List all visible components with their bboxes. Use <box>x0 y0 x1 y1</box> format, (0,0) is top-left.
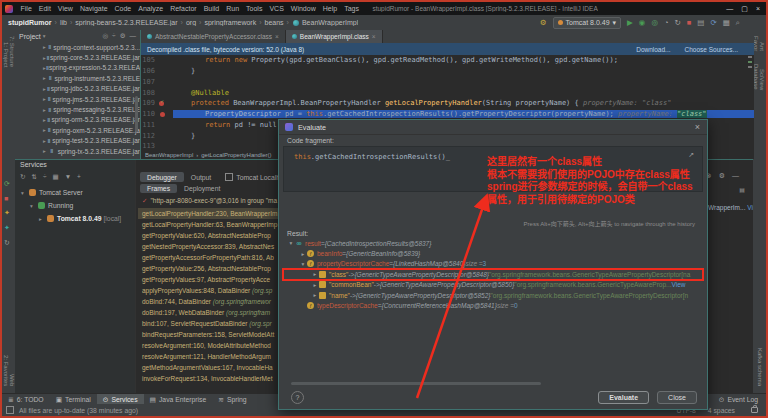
menu-window[interactable]: Window <box>287 5 319 12</box>
project-tree-item[interactable]: ▸‖spring-jms-5.2.3.RELEASE.jar <box>15 94 140 104</box>
breadcrumb-item[interactable]: springframework <box>204 19 256 26</box>
stripe-sciview[interactable]: SciView <box>759 69 765 90</box>
run-configuration-select[interactable]: Tomcat 8.0.49 ▾ <box>553 17 621 29</box>
breadcrumb-item[interactable]: BeanWrapperImpl <box>302 19 358 26</box>
stripe-web[interactable]: Web <box>9 374 15 386</box>
stack-frame[interactable]: doBind:744, DataBinder (org.springframew… <box>138 296 288 307</box>
project-tree-item[interactable]: ▸‖spring-tx-5.2.3.RELEASE.jar <box>15 146 140 156</box>
indent-indicator[interactable]: 4 spaces <box>708 407 735 414</box>
tree-arrow-icon[interactable]: ▾ <box>30 203 38 209</box>
banner-link[interactable]: Download... <box>636 46 670 53</box>
services-tree-item[interactable]: ▾Tomcat Server <box>15 186 135 199</box>
tree-arrow-icon[interactable]: ▾ <box>21 190 29 196</box>
help-button[interactable]: ? <box>291 391 304 404</box>
close-icon[interactable]: × <box>372 33 376 40</box>
menu-vcs[interactable]: VCS <box>266 5 287 12</box>
stack-frame[interactable]: invokeForRequest:134, InvocableHandlerMe… <box>138 373 288 384</box>
stripe-kafka-schema[interactable]: Kafka schema <box>757 348 763 386</box>
stack-frame[interactable]: getPropertyAccessorForPropertyPath:816, … <box>138 252 288 263</box>
gutter-icon-slot[interactable] <box>155 112 169 117</box>
menu-navigate[interactable]: Navigate <box>76 5 111 12</box>
debug-icon[interactable]: ◉ <box>639 19 646 27</box>
toolbar-icon[interactable]: ▼ <box>65 173 71 181</box>
breadcrumb-item[interactable]: stupidRumor <box>8 19 52 26</box>
thread-selector[interactable]: ✓"http-apr-8080-exec-9"@3,016 in group "… <box>142 197 290 205</box>
search-everywhere-icon[interactable]: ⌕ <box>736 19 740 27</box>
code-line[interactable]: 108@Nullable <box>141 87 754 98</box>
connect-icon[interactable]: ✦ <box>4 224 10 232</box>
stack-frame[interactable]: resolveArgument:121, HandlerMethodArgum <box>138 351 288 362</box>
coverage-icon[interactable]: ◎ <box>651 19 658 27</box>
menu-refactor[interactable]: Refactor <box>167 5 200 12</box>
project-panel-title[interactable]: Project <box>19 33 41 40</box>
event-log-button[interactable]: ⊙ Event Log <box>719 396 766 404</box>
code-line[interactable]: 109protected BeanWrapperImpl.BeanPropert… <box>141 98 754 109</box>
close-icon[interactable]: × <box>275 33 279 40</box>
stop-icon[interactable]: ■ <box>687 19 692 27</box>
code-line[interactable]: 110PropertyDescriptor pd = this.getCache… <box>141 109 754 120</box>
tree-arrow-icon[interactable]: ▾ <box>287 240 295 246</box>
services-tree-item[interactable]: ▾Running <box>15 199 135 212</box>
result-tree-row[interactable]: ▸"commonBean" -> {GenericTypeAwareProper… <box>283 280 703 290</box>
stack-frame[interactable]: resolveArgument:160, ModelAttributeMetho… <box>138 340 288 351</box>
stack-frame[interactable]: getNestedPropertyAccessor:839, AbstractN… <box>138 241 288 252</box>
breadcrumb-segment[interactable]: getLocalPropertyHandler() <box>201 152 271 158</box>
project-tree-item[interactable]: ▸‖spring-expression-5.2.3.RELEA <box>15 63 140 73</box>
scrollbar[interactable] <box>135 96 138 132</box>
editor-tab[interactable]: AbstractNestablePropertyAccessor.class× <box>141 30 286 43</box>
tree-arrow-icon[interactable]: ▾ <box>299 261 307 267</box>
tree-arrow-icon[interactable]: ▸ <box>39 216 47 222</box>
tab-deployment[interactable]: Deployment <box>177 184 227 193</box>
editor-tab[interactable]: BeanWrapperImpl.class× <box>286 30 383 43</box>
breadcrumb-segment[interactable]: BeanWrapperImpl <box>145 152 193 158</box>
stack-frame[interactable]: getPropertyValues:97, AbstractPropertyAc… <box>138 274 288 285</box>
tab-frames[interactable]: Frames <box>140 184 177 193</box>
evaluate-button[interactable]: Evaluate <box>598 391 649 404</box>
breadcrumb-item[interactable]: spring-beans-5.2.3.RELEASE.jar <box>75 19 177 26</box>
project-tree-item[interactable]: ▸‖spring-instrument-5.2.3.RELE <box>15 73 140 83</box>
menu-code[interactable]: Code <box>111 5 135 12</box>
toolbar-icon[interactable]: ⇅ <box>31 173 36 181</box>
banner-link[interactable]: Choose Sources... <box>685 46 738 53</box>
collapse-icon[interactable]: ÷ <box>112 32 116 40</box>
wrench-icon[interactable]: ⚙ <box>540 19 547 27</box>
dialog-titlebar[interactable]: Evaluate × <box>279 120 707 135</box>
restart-icon[interactable]: ↻ <box>4 239 10 247</box>
result-tree-row[interactable]: ▸"class" -> {GenericTypeAwarePropertyDes… <box>283 269 703 279</box>
rerun-icon[interactable]: ↻ <box>674 19 680 27</box>
result-tree-row[interactable]: ▾fpropertyDescriptorCache = {LinkedHashM… <box>283 259 703 269</box>
breadcrumb-item[interactable]: org <box>186 19 196 26</box>
settings-icon[interactable]: ⚙ <box>120 32 126 40</box>
result-tree-row[interactable]: ▸fbeanInfo = {GenericBeanInfo@5839} <box>283 248 703 258</box>
hide-icon[interactable]: — <box>732 172 739 180</box>
services-tree-item[interactable]: ▸Tomcat 8.0.49 [local] <box>15 212 135 225</box>
menu-run[interactable]: Run <box>223 5 243 12</box>
window-maximize-icon[interactable]: ▢ <box>741 5 748 13</box>
hide-icon[interactable]: — <box>130 32 137 40</box>
tree-arrow-icon[interactable]: ▸ <box>311 271 319 277</box>
breadcrumb-item[interactable]: beans <box>265 19 284 26</box>
tree-arrow-icon[interactable]: ▸ <box>311 292 319 298</box>
menu-icon[interactable]: ▤ <box>739 186 745 193</box>
toolbar-icon[interactable]: ↻ <box>20 173 25 181</box>
stripe-toggle-icon[interactable] <box>6 406 14 414</box>
layout-icon[interactable]: ▦ <box>723 19 730 27</box>
view-link[interactable]: View <box>747 204 753 211</box>
project-tree-item[interactable]: ▸‖spring-context-support-5.2.3... <box>15 42 140 52</box>
toolbar-icon[interactable]: + <box>77 173 81 181</box>
stack-frame[interactable]: getPropertyValue:620, AbstractNestablePr… <box>138 230 288 241</box>
gutter-icon-slot[interactable] <box>155 100 169 106</box>
settings-icon[interactable]: ⚙ <box>719 172 725 180</box>
locate-icon[interactable]: ◎ <box>102 32 108 40</box>
menu-tags[interactable]: Tags <box>341 5 363 12</box>
menu-tools[interactable]: Tools <box>243 5 266 12</box>
close-button[interactable]: Close <box>657 391 697 404</box>
profiler-icon[interactable]: ◔ <box>664 19 669 27</box>
project-tree-item[interactable]: ▸‖spring-oxm-5.2.3.RELEASE.ja <box>15 125 140 135</box>
stripe-ant[interactable]: Ant <box>759 42 765 51</box>
stack-frame[interactable]: getMethodArgumentValues:167, InvocableHa <box>138 362 288 373</box>
run-icon[interactable]: ▶ <box>627 19 633 27</box>
window-close-icon[interactable]: × <box>756 5 760 13</box>
project-tree-item[interactable]: ▸‖spring-orm-5.2.3.RELEASE.jar <box>15 115 140 125</box>
deploy-icon[interactable]: ✦ <box>4 209 10 217</box>
